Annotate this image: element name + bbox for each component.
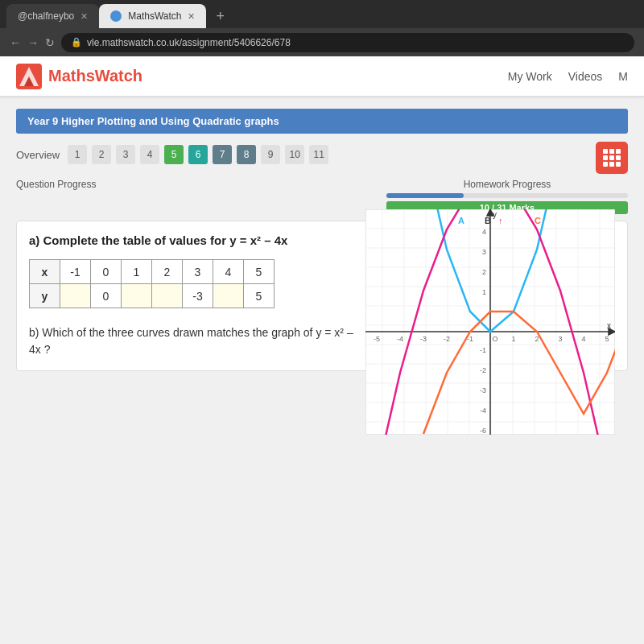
address-bar-row: ← → ↻ 🔒 vle.mathswatch.co.uk/assignment/… bbox=[0, 28, 644, 56]
q-btn-1[interactable]: 1 bbox=[68, 145, 87, 164]
svg-text:4: 4 bbox=[482, 228, 486, 236]
q-btn-10[interactable]: 10 bbox=[285, 145, 304, 164]
assignment-header: Year 9 Higher Plotting and Using Quadrat… bbox=[16, 109, 628, 134]
address-bar[interactable]: 🔒 vle.mathswatch.co.uk/assignment/540662… bbox=[61, 33, 634, 52]
q-btn-3[interactable]: 3 bbox=[116, 145, 135, 164]
values-table: x -1 0 1 2 3 4 5 y 0 -3 5 bbox=[29, 259, 275, 308]
y-input-2[interactable] bbox=[152, 284, 183, 308]
y-axis-label: y bbox=[493, 210, 497, 219]
tab-close-active-icon[interactable]: ✕ bbox=[188, 11, 195, 22]
homework-progress-label: Homework Progress bbox=[386, 179, 628, 190]
q-btn-4[interactable]: 4 bbox=[140, 145, 159, 164]
y-val-0: 0 bbox=[91, 284, 122, 308]
calc-dot bbox=[609, 155, 614, 160]
svg-text:-6: -6 bbox=[480, 427, 486, 435]
quadratic-graph: x y -5 -4 -3 -2 -1 O 1 2 3 4 bbox=[365, 209, 615, 435]
calc-dot bbox=[609, 162, 614, 167]
back-button[interactable]: ← bbox=[10, 36, 21, 49]
q-btn-2[interactable]: 2 bbox=[92, 145, 111, 164]
site-wrapper: MathsWatch My Work Videos M Year 9 Highe… bbox=[0, 56, 644, 644]
progress-bar-inner bbox=[386, 193, 464, 198]
tab-bar: @chalfneybo ✕ MathsWatch ✕ + bbox=[0, 0, 644, 28]
overview-link[interactable]: Overview bbox=[16, 149, 60, 161]
svg-text:1: 1 bbox=[482, 288, 486, 296]
svg-text:4: 4 bbox=[581, 335, 585, 343]
graph-container: x y -5 -4 -3 -2 -1 O 1 2 3 4 bbox=[365, 209, 615, 435]
lock-icon: 🔒 bbox=[71, 37, 82, 47]
logo-watch: Watch bbox=[95, 67, 142, 85]
q-btn-6[interactable]: 6 bbox=[188, 145, 208, 164]
x-axis-label: x bbox=[607, 321, 611, 330]
progress-bar-outer bbox=[386, 193, 628, 198]
label-b: B bbox=[485, 216, 491, 225]
svg-text:3: 3 bbox=[482, 248, 486, 256]
calc-dot bbox=[616, 149, 621, 154]
svg-text:-4: -4 bbox=[397, 335, 403, 343]
y-header: y bbox=[30, 284, 60, 308]
nav-more[interactable]: M bbox=[618, 70, 628, 83]
x-val-2: 2 bbox=[152, 260, 183, 284]
nav-videos[interactable]: Videos bbox=[568, 70, 603, 83]
label-a: A bbox=[458, 216, 464, 225]
question-progress-area: Question Progress bbox=[16, 179, 96, 190]
calc-dot bbox=[616, 155, 621, 160]
forward-button[interactable]: → bbox=[27, 36, 39, 49]
x-val-5: 5 bbox=[244, 260, 275, 284]
calc-row-1 bbox=[603, 149, 621, 154]
x-val-3: 3 bbox=[183, 260, 213, 284]
refresh-button[interactable]: ↻ bbox=[45, 36, 55, 49]
svg-text:-2: -2 bbox=[444, 335, 450, 343]
svg-text:-3: -3 bbox=[480, 386, 486, 394]
site-logo: MathsWatch bbox=[16, 64, 142, 89]
q-btn-5[interactable]: 5 bbox=[164, 145, 184, 164]
y-val-3: -3 bbox=[183, 284, 213, 308]
calc-row-3 bbox=[603, 162, 621, 167]
top-row-nav: Overview 1 2 3 4 5 6 7 8 9 10 11 bbox=[16, 142, 628, 174]
x-val-1: 1 bbox=[122, 260, 152, 284]
svg-text:-4: -4 bbox=[480, 407, 486, 415]
calc-row-2 bbox=[603, 155, 621, 160]
calculator-icon[interactable] bbox=[596, 142, 628, 174]
nav-my-work[interactable]: My Work bbox=[508, 70, 552, 83]
svg-text:-5: -5 bbox=[374, 335, 380, 343]
main-content: Year 9 Higher Plotting and Using Quadrat… bbox=[0, 97, 644, 644]
svg-text:O: O bbox=[492, 335, 497, 343]
x-val-0: 0 bbox=[91, 260, 122, 284]
svg-text:-2: -2 bbox=[480, 366, 486, 374]
logo-maths: Maths bbox=[48, 67, 95, 85]
label-c: C bbox=[535, 216, 541, 225]
q-btn-7[interactable]: 7 bbox=[213, 145, 232, 164]
tab-close-icon[interactable]: ✕ bbox=[80, 11, 88, 22]
svg-text:-1: -1 bbox=[480, 346, 486, 354]
tab-label-active: MathsWatch bbox=[128, 10, 181, 22]
calc-dot bbox=[603, 162, 608, 167]
calc-dot bbox=[603, 155, 608, 160]
svg-text:-3: -3 bbox=[420, 335, 427, 343]
q-btn-9[interactable]: 9 bbox=[261, 145, 280, 164]
address-text: vle.mathswatch.co.uk/assignment/5406626/… bbox=[87, 37, 291, 48]
logo-icon-svg bbox=[16, 64, 42, 89]
table-row-y: y 0 -3 5 bbox=[30, 284, 275, 308]
q-btn-11[interactable]: 11 bbox=[309, 145, 328, 164]
new-tab-button[interactable]: + bbox=[213, 5, 228, 28]
x-val-4: 4 bbox=[213, 260, 244, 284]
tab-chalfneybo[interactable]: @chalfneybo ✕ bbox=[6, 4, 99, 28]
x-val-n1: -1 bbox=[60, 260, 91, 284]
svg-text:1: 1 bbox=[511, 335, 515, 343]
mathswatch-tab-icon bbox=[110, 10, 122, 22]
y-input-1[interactable] bbox=[122, 284, 152, 308]
svg-text:3: 3 bbox=[558, 335, 562, 343]
svg-text:2: 2 bbox=[482, 268, 486, 276]
table-row-x: x -1 0 1 2 3 4 5 bbox=[30, 260, 275, 284]
x-header: x bbox=[30, 260, 60, 284]
site-nav: MathsWatch My Work Videos M bbox=[0, 56, 644, 97]
assignment-title: Year 9 Higher Plotting and Using Quadrat… bbox=[27, 115, 279, 127]
calc-dot bbox=[603, 149, 608, 154]
tab-label: @chalfneybo bbox=[18, 10, 74, 22]
q-btn-8[interactable]: 8 bbox=[237, 145, 256, 164]
y-input-4[interactable] bbox=[213, 284, 244, 308]
site-nav-links: My Work Videos M bbox=[508, 70, 628, 83]
y-input-n1[interactable] bbox=[60, 284, 91, 308]
question-nav: Overview 1 2 3 4 5 6 7 8 9 10 11 bbox=[16, 145, 328, 164]
tab-mathswatch[interactable]: MathsWatch ✕ bbox=[99, 4, 206, 28]
